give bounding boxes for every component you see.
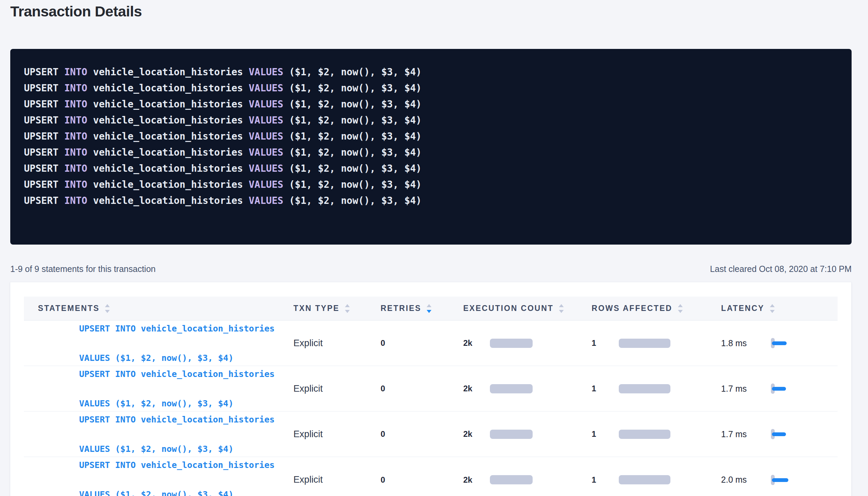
sql-statement-line: UPSERT INTO vehicle_location_histories V…: [24, 193, 838, 209]
rows-affected-bar: [619, 475, 670, 484]
last-cleared-text: Last cleared Oct 08, 2020 at 7:10 PM: [710, 263, 852, 274]
retries-value: 0: [380, 384, 385, 393]
page-title: Transaction Details: [10, 2, 142, 21]
rows-affected-bar: [619, 339, 670, 348]
sql-statement-line: UPSERT INTO vehicle_location_histories V…: [24, 80, 838, 96]
rows-affected-cell: 1: [592, 384, 721, 393]
column-header-txn-type[interactable]: TXN TYPE: [293, 304, 380, 313]
latency-value: 1.7 ms: [721, 429, 771, 439]
execution-count-bar: [490, 430, 533, 439]
sort-arrows-icon: [678, 304, 683, 313]
execution-count-value: 2k: [463, 384, 490, 393]
latency-blue-bar-icon: [772, 432, 786, 436]
retries-value: 0: [380, 338, 385, 348]
txn-type-value: Explicit: [293, 429, 323, 439]
sort-arrows-icon: [427, 304, 431, 313]
statements-table-card: STATEMENTS TXN TYPE RETRIES EXECUTION CO…: [10, 282, 852, 496]
sort-ascending-icon: [678, 304, 683, 307]
retries-cell: 0: [380, 475, 463, 485]
statement-cell: UPSERT INTO vehicle_location_histories V…: [24, 443, 293, 496]
sort-ascending-icon: [427, 304, 431, 307]
latency-bar-icon: [771, 383, 795, 394]
txn-type-value: Explicit: [293, 474, 323, 485]
table-body: UPSERT INTO vehicle_location_histories V…: [24, 321, 838, 496]
latency-blue-bar-icon: [772, 387, 786, 391]
column-header-label: ROWS AFFECTED: [592, 304, 672, 313]
sql-statement-line: UPSERT INTO vehicle_location_histories V…: [24, 128, 838, 144]
rows-affected-value: 1: [592, 338, 619, 348]
sort-ascending-icon: [559, 304, 564, 307]
statement-range-text: 1-9 of 9 statements for this transaction: [10, 263, 156, 274]
sort-descending-icon: [345, 310, 350, 313]
txn-type-value: Explicit: [293, 338, 323, 348]
latency-cell: 1.8 ms: [721, 338, 838, 349]
statement-link-line1: UPSERT INTO vehicle_location_histories: [79, 324, 275, 334]
statement-link-line1: UPSERT INTO vehicle_location_histories: [79, 415, 275, 425]
column-header-label: LATENCY: [721, 304, 764, 313]
latency-value: 2.0 ms: [721, 475, 771, 485]
retries-cell: 0: [380, 429, 463, 439]
execution-count-cell: 2k: [463, 475, 592, 485]
sql-statement-line: UPSERT INTO vehicle_location_histories V…: [24, 64, 838, 80]
execution-count-cell: 2k: [463, 429, 592, 439]
rows-affected-cell: 1: [592, 429, 721, 439]
sort-arrows-icon: [345, 304, 350, 313]
txn-type-cell: Explicit: [293, 338, 380, 349]
latency-bar-icon: [771, 338, 795, 349]
execution-count-bar: [490, 475, 533, 484]
execution-count-value: 2k: [463, 475, 490, 485]
column-header-latency[interactable]: LATENCY: [721, 304, 838, 313]
column-header-label: RETRIES: [380, 304, 421, 313]
execution-count-bar: [490, 339, 533, 348]
sort-ascending-icon: [770, 304, 775, 307]
txn-type-value: Explicit: [293, 383, 323, 394]
execution-count-value: 2k: [463, 429, 490, 439]
column-header-rows-affected[interactable]: ROWS AFFECTED: [592, 304, 721, 313]
retries-cell: 0: [380, 338, 463, 348]
statement-link-line1: UPSERT INTO vehicle_location_histories: [79, 460, 275, 470]
sort-ascending-icon: [345, 304, 350, 307]
execution-count-cell: 2k: [463, 338, 592, 348]
rows-affected-value: 1: [592, 475, 619, 485]
retries-cell: 0: [380, 384, 463, 393]
latency-cell: 1.7 ms: [721, 429, 838, 440]
sql-statements-box: UPSERT INTO vehicle_location_histories V…: [10, 49, 852, 245]
column-header-label: TXN TYPE: [293, 304, 339, 313]
latency-cell: 2.0 ms: [721, 474, 838, 485]
rows-affected-bar: [619, 430, 670, 439]
rows-affected-cell: 1: [592, 338, 721, 348]
latency-value: 1.8 ms: [721, 338, 771, 348]
rows-affected-value: 1: [592, 429, 619, 439]
sort-descending-icon: [678, 310, 683, 313]
statements-meta-row: 1-9 of 9 statements for this transaction…: [10, 263, 852, 274]
column-header-retries[interactable]: RETRIES: [380, 304, 463, 313]
sort-arrows-icon: [559, 304, 564, 313]
sort-descending-icon: [770, 310, 775, 313]
retries-value: 0: [380, 429, 385, 439]
latency-bar-icon: [771, 429, 795, 440]
sql-statement-line: UPSERT INTO vehicle_location_histories V…: [24, 177, 838, 193]
sql-statement-line: UPSERT INTO vehicle_location_histories V…: [24, 144, 838, 160]
sql-statement-line: UPSERT INTO vehicle_location_histories V…: [24, 112, 838, 128]
rows-affected-cell: 1: [592, 475, 721, 485]
sql-statement-line: UPSERT INTO vehicle_location_histories V…: [24, 96, 838, 112]
statement-table-row: UPSERT INTO vehicle_location_histories V…: [24, 457, 838, 496]
sort-descending-icon: [559, 310, 564, 313]
latency-bar-icon: [771, 474, 795, 485]
execution-count-value: 2k: [463, 338, 490, 348]
statement-link[interactable]: UPSERT INTO vehicle_location_histories V…: [38, 443, 293, 496]
txn-type-cell: Explicit: [293, 429, 380, 440]
txn-type-cell: Explicit: [293, 474, 380, 485]
column-header-label: EXECUTION COUNT: [463, 304, 553, 313]
column-header-execution-count[interactable]: EXECUTION COUNT: [463, 304, 592, 313]
statement-link-line1: UPSERT INTO vehicle_location_histories: [79, 369, 275, 379]
sort-arrows-icon: [770, 304, 775, 313]
latency-value: 1.7 ms: [721, 384, 771, 394]
txn-type-cell: Explicit: [293, 383, 380, 394]
rows-affected-bar: [619, 384, 670, 393]
retries-value: 0: [380, 475, 385, 484]
execution-count-bar: [490, 384, 533, 393]
rows-affected-value: 1: [592, 384, 619, 393]
latency-blue-bar-icon: [772, 478, 788, 482]
sql-statement-line: UPSERT INTO vehicle_location_histories V…: [24, 160, 838, 177]
